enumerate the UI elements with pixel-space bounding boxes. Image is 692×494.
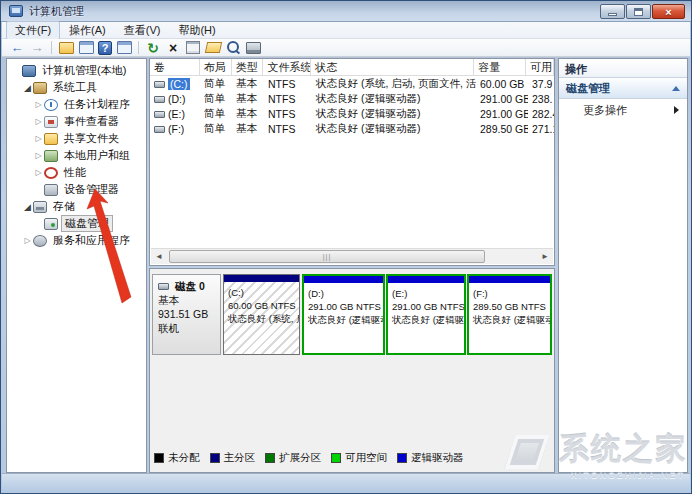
cell-capacity: 291.00 GB	[476, 108, 528, 120]
volume-cell: (F:)	[150, 123, 200, 135]
table-row-volume(E:)[interactable]: (E:)简单基本NTFS状态良好 (逻辑驱动器)291.00 GB282.4	[150, 106, 554, 121]
partition(F:)[interactable]: (F:)289.50 GB NTFS状态良好 (逻辑驱动器)	[467, 274, 552, 355]
table-row-volume(F:)[interactable]: (F:)简单基本NTFS状态良好 (逻辑驱动器)289.50 GB271.1	[150, 121, 554, 136]
find-icon[interactable]	[225, 40, 241, 55]
sidebar-item-computer[interactable]: 计算机管理(本地)	[7, 62, 146, 79]
sidebar-item-task-scheduler[interactable]: ▷任务计划程序	[7, 96, 146, 113]
scroll-left-arrow[interactable]: ◄	[151, 250, 167, 264]
horizontal-scrollbar[interactable]: ◄ ||| ►	[151, 248, 553, 264]
expand-expander-icon[interactable]: ▷	[33, 168, 44, 177]
app-icon	[9, 5, 23, 17]
forward-icon[interactable]: →	[29, 40, 45, 55]
collapse-expander-icon[interactable]: ◢	[22, 202, 33, 212]
volume-name: (D:)	[168, 93, 186, 105]
sidebar-item-device-manager[interactable]: 设备管理器	[7, 181, 146, 198]
expand-expander-icon[interactable]: ▷	[33, 100, 44, 109]
properties-icon[interactable]	[185, 40, 201, 55]
cell-layout: 简单	[200, 77, 232, 91]
sidebar-item-event-viewer[interactable]: ▷事件查看器	[7, 113, 146, 130]
minimize-button[interactable]	[600, 4, 625, 19]
console-tree: 计算机管理(本地)◢系统工具▷任务计划程序▷事件查看器▷共享文件夹▷本地用户和组…	[6, 58, 147, 473]
cell-free: 37.9	[528, 78, 555, 90]
collapse-icon[interactable]	[672, 86, 680, 91]
services-icon	[33, 235, 47, 247]
menu-file[interactable]: 文件(F)	[6, 21, 60, 40]
menu-action[interactable]: 操作(A)	[60, 21, 115, 40]
cell-status: 状态良好 (系统, 启动, 页面文件, 活动, 故障转储, 主分区)	[312, 77, 476, 91]
partition(E:)[interactable]: (E:)291.00 GB NTFS状态良好 (逻辑驱动器)	[386, 274, 466, 355]
console-pane-icon[interactable]	[116, 40, 132, 55]
scrollbar-thumb[interactable]: |||	[169, 250, 485, 263]
legend-item: 主分区	[210, 451, 256, 465]
computer-management-window: 计算机管理 × 文件(F)操作(A)查看(V)帮助(H) ←→?↻× 计算机管理…	[0, 0, 692, 494]
column-header-4[interactable]: 状态	[311, 59, 474, 75]
partition-size: 291.00 GB NTFS	[308, 300, 379, 313]
menu-view[interactable]: 查看(V)	[115, 21, 170, 40]
column-header-1[interactable]: 布局	[200, 59, 232, 75]
shared-folders-icon	[44, 133, 58, 145]
column-header-0[interactable]: 卷	[150, 59, 200, 75]
sidebar-item-performance[interactable]: ▷性能	[7, 164, 146, 181]
column-header-5[interactable]: 容量	[474, 59, 526, 75]
partition-name: (F:)	[473, 287, 546, 300]
column-header-6[interactable]: 可用	[526, 59, 554, 75]
expand-expander-icon[interactable]: ▷	[33, 151, 44, 160]
volume-icon	[154, 81, 165, 88]
column-header-2[interactable]: 类型	[232, 59, 264, 75]
column-header-3[interactable]: 文件系统	[263, 59, 311, 75]
tree-item-label: 共享文件夹	[61, 131, 122, 146]
more-actions-item[interactable]: 更多操作	[559, 99, 687, 121]
expand-expander-icon[interactable]: ▷	[22, 236, 33, 245]
actions-section-disk-management[interactable]: 磁盘管理	[559, 78, 687, 99]
sidebar-item-local-users[interactable]: ▷本地用户和组	[7, 147, 146, 164]
sidebar-item-services[interactable]: ▷服务和应用程序	[7, 232, 146, 249]
help-icon[interactable]: ?	[98, 41, 112, 55]
event-viewer-icon	[44, 116, 58, 128]
expand-expander-icon[interactable]: ▷	[33, 117, 44, 126]
legend-label: 主分区	[224, 451, 256, 465]
cell-capacity: 289.50 GB	[476, 123, 528, 135]
table-row-volume(D:)[interactable]: (D:)简单基本NTFS状态良好 (逻辑驱动器)291.00 GB238.	[150, 91, 554, 106]
cell-fs: NTFS	[264, 93, 312, 105]
table-row-volume(C:)[interactable]: (C:)简单基本NTFS状态良好 (系统, 启动, 页面文件, 活动, 故障转储…	[150, 76, 554, 91]
show-tree-icon[interactable]	[58, 40, 74, 55]
sidebar-item-disk-management[interactable]: 磁盘管理	[7, 215, 146, 232]
volume-list-header: 卷布局类型文件系统状态容量可用	[150, 59, 554, 76]
actions-title: 操作	[559, 59, 687, 78]
partition-status: 状态良好 (系统, 启动, 页面文件, 活动, 故障转储, 主分区)	[228, 312, 295, 325]
delete-icon[interactable]: ×	[165, 40, 181, 55]
sidebar-item-storage[interactable]: ◢存储	[7, 198, 146, 215]
volume-cell: (C:)	[150, 78, 200, 90]
cell-layout: 简单	[200, 92, 232, 106]
legend-label: 扩展分区	[279, 451, 321, 465]
cell-type: 基本	[232, 77, 264, 91]
console-window-icon[interactable]	[78, 40, 94, 55]
title-bar: 计算机管理 ×	[1, 1, 691, 22]
partition-info: (F:)289.50 GB NTFS状态良好 (逻辑驱动器)	[469, 283, 550, 326]
disk-0-label[interactable]: 磁盘 0 基本 931.51 GB 联机	[152, 274, 221, 355]
open-folder-icon[interactable]	[205, 40, 221, 55]
cell-status: 状态良好 (逻辑驱动器)	[312, 92, 476, 106]
actions-section-label: 磁盘管理	[566, 81, 610, 96]
close-button[interactable]: ×	[652, 4, 685, 19]
disk-name: 磁盘 0	[175, 279, 205, 293]
legend-swatch	[331, 453, 341, 463]
partition-status: 状态良好 (逻辑驱动器)	[392, 313, 460, 326]
collapse-expander-icon[interactable]: ◢	[22, 83, 33, 93]
partition(D:)[interactable]: (D:)291.00 GB NTFS状态良好 (逻辑驱动器)	[302, 274, 385, 355]
scroll-right-arrow[interactable]: ►	[537, 250, 553, 264]
chevron-right-icon	[674, 106, 679, 114]
menu-help[interactable]: 帮助(H)	[169, 21, 224, 40]
tree-item-label: 磁盘管理	[61, 215, 113, 232]
expand-expander-icon[interactable]: ▷	[33, 134, 44, 143]
volume-icon	[154, 111, 165, 118]
back-icon[interactable]: ←	[9, 40, 25, 55]
sidebar-item-shared-folders[interactable]: ▷共享文件夹	[7, 130, 146, 147]
refresh-icon[interactable]: ↻	[145, 40, 161, 55]
sidebar-item-system-tools[interactable]: ◢系统工具	[7, 79, 146, 96]
cell-type: 基本	[232, 92, 264, 106]
maximize-button[interactable]	[626, 4, 651, 19]
disk-settings-icon[interactable]	[245, 40, 261, 55]
cell-fs: NTFS	[264, 108, 312, 120]
partition(C:)[interactable]: (C:)60.00 GB NTFS状态良好 (系统, 启动, 页面文件, 活动,…	[223, 274, 300, 355]
